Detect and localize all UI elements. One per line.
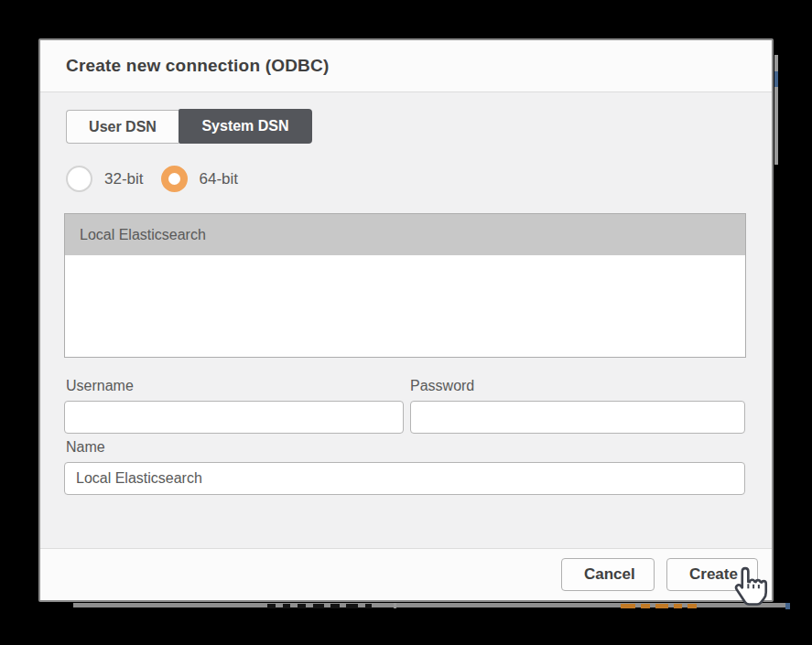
background-fragment <box>267 604 276 608</box>
dsn-list-item[interactable]: Local Elasticsearch <box>65 214 745 255</box>
background-fragment <box>641 604 650 608</box>
dialog-body: User DSN System DSN 32-bit 64-bit Local … <box>40 92 772 548</box>
background-fragment <box>687 604 697 608</box>
dsn-listbox[interactable]: Local Elasticsearch <box>64 213 746 358</box>
background-fragment <box>394 603 396 608</box>
background-fragment <box>785 603 790 609</box>
background-fragment <box>621 604 635 608</box>
create-button[interactable]: Create <box>666 558 758 591</box>
background-fragment <box>313 604 324 608</box>
background-fragment <box>330 604 340 608</box>
dialog-header: Create new connection (ODBC) <box>40 40 772 92</box>
password-field[interactable] <box>410 401 745 434</box>
background-fragment <box>674 604 682 608</box>
username-field[interactable] <box>64 401 404 434</box>
background-fragment <box>365 604 372 608</box>
dsn-tab-group: User DSN System DSN <box>66 109 312 144</box>
name-label: Name <box>66 439 105 456</box>
dsn-list-item-label: Local Elasticsearch <box>80 227 206 242</box>
tab-user-dsn[interactable]: User DSN <box>66 110 179 144</box>
radio-64bit-label[interactable]: 64-bit <box>200 170 239 188</box>
username-label: Username <box>66 378 134 394</box>
background-fragment <box>655 604 668 608</box>
radio-64bit[interactable] <box>161 166 188 192</box>
radio-32bit[interactable] <box>66 166 92 192</box>
tab-user-dsn-label: User DSN <box>89 119 157 135</box>
create-connection-dialog: Create new connection (ODBC) User DSN Sy… <box>38 38 774 602</box>
background-fragment <box>298 604 306 608</box>
password-label: Password <box>410 378 474 394</box>
tab-system-dsn-label: System DSN <box>201 118 288 134</box>
tab-system-dsn[interactable]: System DSN <box>179 109 312 144</box>
bitness-radio-group: 32-bit 64-bit <box>66 166 238 192</box>
background-fragment <box>283 604 290 608</box>
screen: { "dialog": { "title": "Create new conne… <box>0 0 812 645</box>
background-fragment <box>346 604 358 608</box>
dialog-title: Create new connection (ODBC) <box>66 56 329 76</box>
radio-32bit-label[interactable]: 32-bit <box>104 170 144 188</box>
cancel-button[interactable]: Cancel <box>561 558 655 591</box>
dialog-footer: Cancel Create <box>40 548 772 600</box>
name-field[interactable] <box>64 462 745 495</box>
background-fragment <box>774 71 778 87</box>
